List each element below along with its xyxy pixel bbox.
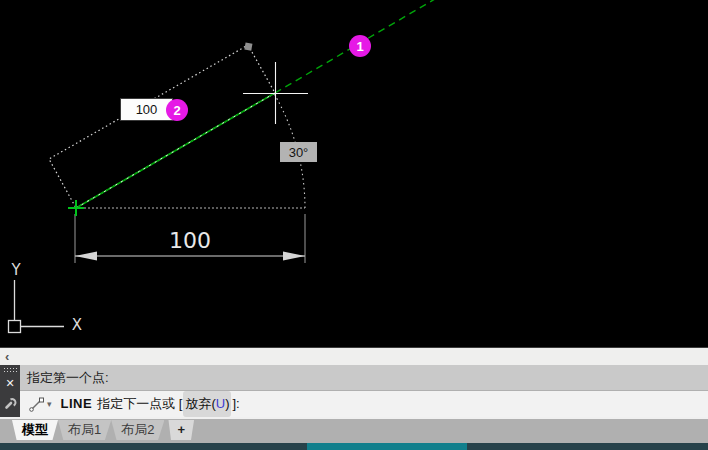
ucs-icon: Y X (9, 261, 83, 334)
undo-option-name: 放弃( (185, 396, 215, 411)
undo-option-key: U (216, 396, 225, 411)
horizontal-scrollbar[interactable]: ‹ (0, 347, 708, 365)
command-close-button[interactable]: ✕ (5, 375, 14, 391)
command-input-line[interactable]: ▾ LINE 指定下一点或 [ 放弃(U) ]: (20, 391, 708, 417)
command-sidebar: ✕ (0, 365, 20, 417)
crosshair-cursor (243, 62, 308, 124)
active-command-name: LINE (61, 391, 93, 417)
wrench-icon[interactable] (3, 395, 18, 410)
tab-model[interactable]: 模型 (12, 420, 58, 440)
undo-option-button[interactable]: 放弃(U) (183, 391, 231, 417)
dimension-arrow-right (283, 252, 305, 261)
window-bottom-edge (0, 443, 708, 450)
command-history-line: 指定第一个点: (20, 365, 708, 391)
add-layout-tab-button[interactable]: + (168, 420, 194, 440)
step-badge-2: 2 (166, 99, 188, 121)
prompt-text: 指定下一点或 [ (97, 391, 182, 417)
layout-tab-bar: 模型 布局1 布局2 + (0, 417, 708, 443)
bottom-edge-accent (307, 443, 467, 450)
drawing-canvas[interactable]: 100 Y X 1 100 2 30° (0, 0, 708, 347)
recent-commands-caret-icon[interactable]: ▾ (47, 391, 52, 417)
ucs-origin-box (9, 321, 21, 333)
tab-layout2[interactable]: 布局2 (111, 420, 164, 440)
grip-square (244, 43, 252, 51)
undo-option-close: ) (225, 396, 229, 411)
ucs-x-label: X (72, 316, 82, 334)
dotted-preview-rectangle (49, 45, 275, 208)
dimension-arrow-left (75, 252, 97, 261)
tab-layout1[interactable]: 布局1 (58, 420, 111, 440)
command-rows: 指定第一个点: ▾ LINE 指定下一点或 [ 放弃(U) ]: (20, 365, 708, 417)
snap-marker (68, 200, 84, 216)
command-drag-grip[interactable] (3, 367, 17, 373)
prompt-suffix: ]: (232, 391, 239, 417)
angle-readout: 30° (280, 142, 317, 162)
line-command-icon[interactable] (28, 396, 45, 413)
ucs-y-label: Y (10, 261, 21, 279)
command-window: ✕ 指定第一个点: ▾ LINE 指定下一点或 [ 放弃(U) ]: (0, 365, 708, 417)
step-badge-1: 1 (349, 35, 371, 57)
autocad-window: 100 Y X 1 100 2 30° ‹ (0, 0, 708, 450)
scroll-left-icon[interactable]: ‹ (0, 349, 9, 365)
dimension-text: 100 (169, 228, 211, 253)
